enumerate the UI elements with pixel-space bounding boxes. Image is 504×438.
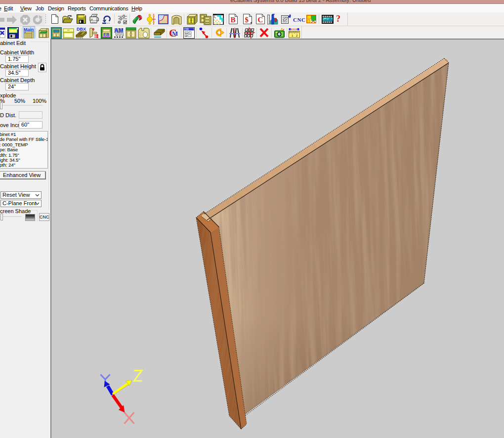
svg-text:56: 56 [185, 35, 187, 37]
svg-text:M: M [172, 30, 178, 37]
svg-text:B: B [231, 16, 236, 24]
svg-text:AM: AM [114, 27, 124, 34]
svg-text:EB: EB [103, 32, 110, 37]
svg-text:DBX: DBX [77, 27, 86, 32]
svg-text:888: 888 [185, 32, 188, 34]
svg-text:Main: Main [24, 27, 34, 32]
svg-text:C: C [258, 16, 263, 24]
svg-text:CON: CON [185, 28, 189, 31]
svg-text:$: $ [245, 16, 249, 24]
